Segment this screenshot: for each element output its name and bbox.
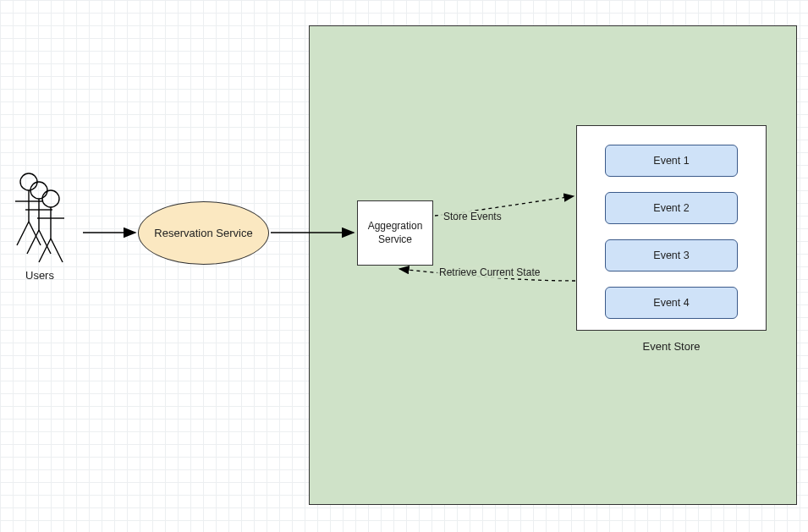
svg-point-5 [30, 182, 47, 199]
event-label: Event 3 [653, 250, 689, 261]
event-label: Event 1 [653, 155, 689, 167]
event-store-container: Event 1 Event 2 Event 3 Event 4 [576, 125, 767, 331]
event-pill: Event 2 [605, 192, 738, 224]
svg-line-4 [29, 222, 41, 245]
svg-line-8 [27, 230, 39, 254]
reservation-service-node: Reservation Service [138, 201, 269, 265]
svg-point-10 [42, 190, 59, 207]
aggregation-service-label: Aggegration Service [361, 220, 429, 246]
event-store-label: Event Store [576, 340, 767, 353]
event-label: Event 2 [653, 202, 689, 214]
svg-line-14 [51, 239, 63, 262]
svg-line-3 [17, 222, 29, 245]
event-pill: Event 1 [605, 145, 738, 177]
svg-line-9 [39, 230, 51, 254]
event-label: Event 4 [653, 297, 689, 309]
event-pill: Event 4 [605, 287, 738, 319]
users-label: Users [25, 269, 54, 282]
retrieve-state-label: Retrieve Current State [437, 266, 541, 278]
reservation-service-label: Reservation Service [154, 227, 252, 239]
svg-point-0 [20, 173, 37, 190]
event-pill: Event 3 [605, 239, 738, 271]
aggregation-service-node: Aggegration Service [357, 200, 433, 266]
store-events-label: Store Events [442, 211, 503, 222]
svg-line-13 [39, 239, 51, 262]
diagram-canvas: Users Reservation Service Aggegration Se… [0, 0, 808, 532]
